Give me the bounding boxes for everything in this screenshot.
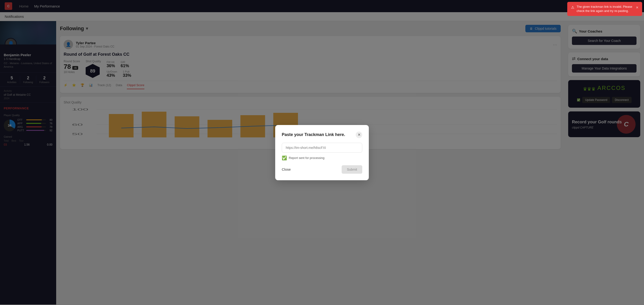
modal-submit-button[interactable]: Submit bbox=[342, 165, 362, 174]
modal-close-button[interactable]: Close bbox=[282, 166, 291, 173]
modal-header: Paste your Trackman Link here. ✕ bbox=[282, 132, 362, 138]
toast-message: The given trackman link is invalid. Plea… bbox=[576, 5, 634, 13]
modal-actions: Close Submit bbox=[282, 165, 362, 174]
modal-title: Paste your Trackman Link here. bbox=[282, 132, 345, 137]
success-message: Report sent for processing bbox=[289, 156, 324, 160]
warning-icon: ⚠ bbox=[571, 5, 574, 10]
toast-close-icon[interactable]: × bbox=[636, 5, 638, 10]
success-check-icon: ✅ bbox=[282, 156, 287, 160]
error-toast: ⚠ The given trackman link is invalid. Pl… bbox=[567, 2, 642, 16]
trackman-link-input[interactable] bbox=[282, 143, 362, 152]
modal-overlay: Paste your Trackman Link here. ✕ ✅ Repor… bbox=[0, 0, 644, 305]
modal-close-x-button[interactable]: ✕ bbox=[356, 132, 362, 138]
trackman-modal: Paste your Trackman Link here. ✕ ✅ Repor… bbox=[275, 125, 369, 180]
success-message-row: ✅ Report sent for processing bbox=[282, 156, 362, 160]
